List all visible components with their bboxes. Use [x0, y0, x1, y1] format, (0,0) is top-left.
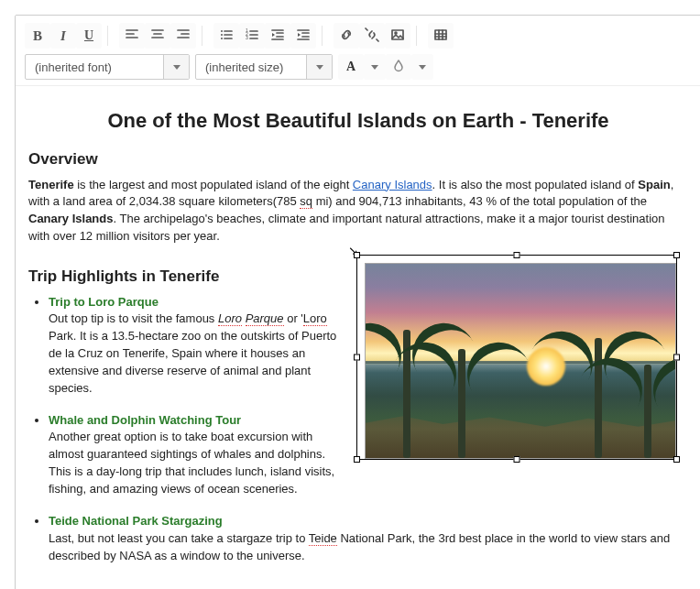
resize-handle-bl[interactable] [354, 456, 360, 463]
svg-marker-41 [173, 65, 180, 70]
image-icon [390, 27, 405, 45]
outdent-button[interactable] [265, 23, 290, 49]
drop-icon [391, 59, 406, 76]
tenerife-bold: Tenerife [28, 178, 74, 191]
document-body[interactable]: One of the Most Beautiful Islands on Ear… [16, 86, 700, 589]
resize-handle-mr[interactable] [673, 354, 680, 361]
spellcheck-loro-2: Loro [303, 311, 327, 326]
svg-point-35 [395, 32, 397, 34]
resize-handle-tm[interactable] [514, 252, 520, 258]
page-title: One of the Most Beautiful Islands on Ear… [28, 106, 688, 136]
toolbar: B I U 123 [16, 16, 700, 86]
spellcheck-sq: sq [300, 194, 312, 209]
align-left-icon [125, 27, 139, 45]
toolbar-row-2: (inherited font) (inherited size) A [25, 54, 700, 80]
align-center-icon [150, 27, 165, 45]
svg-rect-34 [392, 30, 403, 39]
align-center-button[interactable] [145, 23, 170, 49]
chevron-down-icon [306, 55, 332, 79]
svg-marker-44 [419, 65, 426, 70]
tenerife-photo [366, 264, 675, 458]
outdent-icon [270, 27, 285, 45]
overview-heading: Overview [28, 148, 688, 171]
svg-line-32 [366, 28, 367, 30]
italic-button[interactable]: I [50, 23, 76, 49]
svg-text:3: 3 [246, 35, 248, 40]
trip-title: Whale and Dolphin Watching Tour [49, 413, 241, 427]
svg-point-14 [221, 38, 223, 39]
trip-title: Teide National Park Stargazing [49, 514, 223, 528]
bold-button[interactable]: B [25, 23, 50, 49]
selected-image-frame[interactable]: ↘ [356, 255, 677, 460]
font-family-dropdown[interactable]: (inherited font) [25, 54, 190, 80]
resize-handle-bm[interactable] [514, 456, 520, 463]
group-text-style: B I U [25, 23, 114, 49]
italic-icon: I [60, 28, 66, 44]
toolbar-row-1: B I U 123 [25, 23, 700, 49]
font-size-dropdown[interactable]: (inherited size) [195, 54, 333, 80]
resize-handle-tr[interactable] [673, 252, 680, 258]
chevron-down-icon [163, 55, 189, 79]
rich-text-editor: B I U 123 [15, 15, 700, 589]
font-color-icon: A [346, 60, 355, 74]
underline-button[interactable]: U [76, 23, 102, 49]
spellcheck-loro: Loro [218, 311, 242, 326]
font-size-value: (inherited size) [205, 60, 283, 74]
svg-marker-28 [298, 33, 301, 37]
resize-handle-tl[interactable] [354, 252, 360, 258]
link-icon [339, 27, 354, 45]
highlight-color-dropdown[interactable] [411, 54, 433, 80]
align-left-button[interactable] [119, 23, 145, 49]
spellcheck-parque: Parque [246, 311, 284, 326]
ordered-list-button[interactable]: 123 [239, 23, 265, 49]
unordered-list-button[interactable] [213, 23, 239, 49]
group-align [119, 23, 208, 49]
group-lists: 123 [213, 23, 328, 49]
insert-image-button[interactable] [385, 23, 410, 49]
font-color-button[interactable]: A [338, 54, 364, 80]
inserted-image[interactable] [365, 263, 676, 459]
indent-button[interactable] [290, 23, 316, 49]
indent-icon [296, 27, 311, 45]
svg-marker-42 [316, 65, 323, 70]
list-item: Teide National Park Stargazing Last, but… [49, 513, 688, 565]
group-table [428, 23, 459, 49]
spellcheck-teide: Teide [309, 531, 337, 546]
unlink-button[interactable] [359, 23, 385, 49]
content-area: One of the Most Beautiful Islands on Ear… [16, 86, 700, 589]
font-color-dropdown[interactable] [364, 54, 386, 80]
align-right-icon [176, 27, 191, 45]
insert-table-button[interactable] [428, 23, 454, 49]
highlight-color-button[interactable] [386, 54, 411, 80]
unlink-icon [365, 27, 379, 45]
unordered-list-icon [219, 27, 234, 45]
svg-point-12 [221, 34, 223, 36]
ordered-list-icon: 123 [245, 27, 259, 45]
trip-title: Trip to Loro Parque [49, 295, 159, 309]
canary-islands-link[interactable]: Canary Islands [353, 178, 432, 191]
svg-marker-43 [371, 65, 378, 70]
resize-handle-ml[interactable] [354, 354, 360, 361]
font-family-value: (inherited font) [35, 60, 112, 74]
group-objects [334, 23, 422, 49]
align-right-button[interactable] [170, 23, 196, 49]
svg-marker-23 [272, 33, 275, 37]
link-button[interactable] [334, 23, 359, 49]
table-icon [433, 27, 448, 45]
svg-point-10 [221, 30, 223, 32]
group-color: A [338, 54, 439, 80]
resize-handle-br[interactable] [673, 456, 680, 463]
svg-rect-36 [435, 30, 446, 39]
spain-bold: Spain [638, 178, 670, 191]
overview-paragraph: Tenerife is the largest and most populat… [28, 177, 688, 245]
canary-islands-bold: Canary Islands [28, 212, 114, 225]
bold-icon: B [33, 28, 42, 44]
underline-icon: U [84, 28, 93, 43]
svg-line-33 [377, 39, 378, 41]
